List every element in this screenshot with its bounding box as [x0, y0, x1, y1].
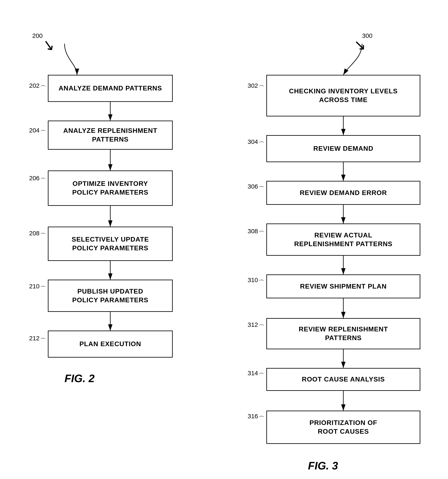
- ref-302-curl: ⌒: [258, 84, 265, 93]
- ref-316-curl: ⌒: [258, 415, 265, 423]
- box-308: REVIEW ACTUALREPLENISHMENT PATTERNS: [266, 224, 420, 256]
- ref-210: 210: [29, 283, 40, 290]
- ref-200-curl: ↙: [41, 36, 56, 54]
- diagram-container: 200 ↙ 202 ⌒ ANALYZE DEMAND PATTERNS 204 …: [0, 0, 448, 479]
- box-316: PRIORITIZATION OFROOT CAUSES: [266, 411, 420, 444]
- ref-300-curl: ↘: [354, 36, 366, 53]
- ref-306-curl: ⌒: [258, 185, 265, 193]
- ref-304-curl: ⌒: [258, 140, 265, 149]
- ref-310-curl: ⌒: [258, 279, 265, 287]
- ref-308-curl: ⌒: [258, 230, 265, 238]
- ref-208: 208: [29, 230, 40, 237]
- ref-200: 200: [32, 32, 43, 39]
- ref-312: 312: [248, 321, 258, 328]
- ref-314-curl: ⌒: [258, 372, 265, 380]
- box-306: REVIEW DEMAND ERROR: [266, 181, 420, 205]
- ref-314: 314: [248, 370, 258, 377]
- box-202: ANALYZE DEMAND PATTERNS: [48, 75, 173, 102]
- ref-310: 310: [248, 277, 258, 284]
- box-304: REVIEW DEMAND: [266, 135, 420, 162]
- box-206: OPTIMIZE INVENTORYPOLICY PARAMETERS: [48, 171, 173, 206]
- ref-206-curl: ⌒: [40, 177, 46, 185]
- ref-212-curl: ⌒: [40, 337, 46, 345]
- ref-210-curl: ⌒: [40, 285, 46, 293]
- box-302: CHECKING INVENTORY LEVELSACROSS TIME: [266, 75, 420, 116]
- ref-212: 212: [29, 335, 40, 342]
- ref-312-curl: ⌒: [258, 323, 265, 332]
- ref-316: 316: [248, 413, 258, 420]
- ref-308: 308: [248, 228, 258, 235]
- box-314: ROOT CAUSE ANALYSIS: [266, 368, 420, 391]
- box-204: ANALYZE REPLENISHMENTPATTERNS: [48, 120, 173, 150]
- ref-208-curl: ⌒: [40, 232, 46, 240]
- ref-202: 202: [29, 82, 40, 89]
- ref-306: 306: [248, 183, 258, 190]
- ref-206: 206: [29, 175, 40, 182]
- box-312: REVIEW REPLENISHMENTPATTERNS: [266, 318, 420, 349]
- box-212: PLAN EXECUTION: [48, 331, 173, 358]
- ref-204-curl: ⌒: [40, 129, 46, 137]
- ref-302: 302: [248, 82, 258, 89]
- box-210: PUBLISH UPDATEDPOLICY PARAMETERS: [48, 280, 173, 312]
- ref-204: 204: [29, 127, 40, 134]
- fig2-label: FIG. 2: [65, 372, 95, 385]
- ref-202-curl: ⌒: [40, 84, 46, 93]
- box-208: SELECTIVELY UPDATEPOLICY PARAMETERS: [48, 227, 173, 261]
- box-310: REVIEW SHIPMENT PLAN: [266, 274, 420, 298]
- fig3-label: FIG. 3: [308, 459, 338, 472]
- ref-304: 304: [248, 138, 258, 145]
